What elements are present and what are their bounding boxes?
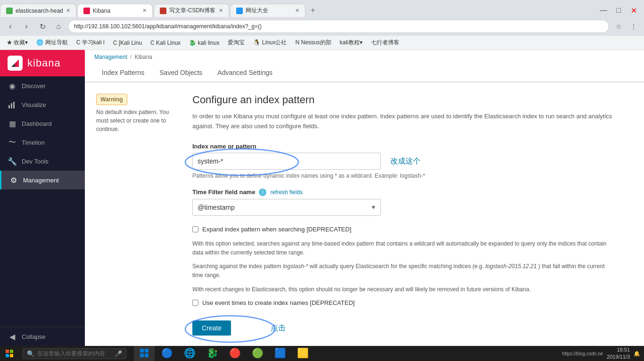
browser-tab-nav[interactable]: 网址大全 ✕: [230, 4, 305, 17]
minimize-button[interactable]: —: [597, 4, 610, 17]
warning-badge: Warning: [96, 94, 127, 105]
tab-close-icon[interactable]: ✕: [142, 8, 147, 14]
checkbox2-row: Use event times to create index names [D…: [192, 299, 633, 307]
bookmark-qixing[interactable]: 七行者博客: [368, 38, 402, 48]
sidebar-item-label-collapse: Collapse: [22, 333, 46, 340]
bookmark-kali2[interactable]: C [Kali Linu: [110, 39, 145, 47]
sidebar-item-collapse[interactable]: ◀ Collapse: [0, 327, 85, 346]
close-button[interactable]: ✕: [627, 4, 640, 17]
taskbar-app-1[interactable]: [134, 346, 155, 361]
tab-favicon: [160, 8, 166, 14]
kibana-logo: kibana: [0, 50, 85, 76]
content-area: Warning No default index pattern. You mu…: [85, 82, 644, 346]
tab-saved-objects[interactable]: Saved Objects: [152, 64, 210, 82]
bookmark-linux[interactable]: 🐧 Linux公社: [250, 38, 289, 48]
taskbar-app-8[interactable]: 🟨: [292, 346, 313, 361]
tab-label: elasticsearch-head: [16, 8, 63, 14]
index-name-label: Index name or pattern: [192, 143, 633, 150]
bookmark-favorites[interactable]: ★ 收藏▾: [4, 38, 31, 48]
breadcrumb-separator: /: [130, 54, 132, 60]
taskbar-search-input[interactable]: [37, 350, 112, 357]
bookmark-kali3[interactable]: C Kali Linux: [148, 39, 183, 47]
taskbar-app-2[interactable]: 🔵: [157, 346, 177, 361]
bookmark-kalitut[interactable]: kali教程▾: [337, 38, 365, 48]
taskbar-search[interactable]: 🔍 🎤: [23, 348, 126, 359]
mic-icon: 🎤: [115, 350, 122, 357]
chinese-annotation-1: 改成这个: [390, 157, 421, 165]
bookmark-kali4[interactable]: 🐉 kali linux: [186, 39, 222, 47]
browser-tab-csdn[interactable]: 写文章-CSDN博客 ✕: [154, 4, 229, 17]
event-times-checkbox[interactable]: [192, 300, 198, 306]
taskbar-app-5[interactable]: 🔴: [224, 346, 245, 361]
refresh-fields-link[interactable]: refresh fields: [270, 189, 303, 196]
start-button[interactable]: [0, 346, 19, 361]
notification-icon[interactable]: 🔔: [634, 351, 640, 357]
create-button[interactable]: Create: [192, 320, 231, 336]
main-content: Management / Kibana Index Patterns Saved…: [85, 50, 644, 346]
taskbar-app-6[interactable]: 🟢: [247, 346, 268, 361]
tab-close-icon[interactable]: ✕: [295, 8, 299, 14]
management-icon: ⚙: [9, 175, 18, 185]
svg-rect-7: [6, 350, 9, 353]
svg-rect-10: [10, 354, 13, 357]
bookmark-star-icon[interactable]: ☆: [612, 20, 625, 33]
settings-icon[interactable]: ⋮: [627, 20, 640, 33]
new-tab-button[interactable]: +: [306, 4, 320, 17]
tab-close-icon[interactable]: ✕: [219, 8, 223, 14]
maximize-button[interactable]: □: [612, 4, 625, 17]
bookmark-taobao[interactable]: 爱淘宝: [225, 38, 248, 48]
svg-marker-1: [11, 63, 15, 67]
bookmark-kali1[interactable]: C 学习kali l: [74, 38, 107, 48]
tab-favicon: [83, 8, 90, 14]
time-filter-label: Time Filter field name: [192, 189, 255, 196]
sidebar-item-label-management: Management: [23, 177, 59, 184]
expand-checkbox[interactable]: [192, 226, 198, 232]
browser-tab-kibana[interactable]: Kibana ✕: [77, 4, 153, 17]
tab-close-icon[interactable]: ✕: [66, 8, 70, 14]
chinese-annotation-2: 点击: [271, 324, 286, 332]
sidebar-item-visualize[interactable]: Visualize: [0, 95, 85, 114]
desc-text-3: With recent changes to Elasticsearch, th…: [192, 285, 617, 294]
bookmark-nav[interactable]: 🌐 网址导航: [33, 38, 70, 48]
taskbar-app-4[interactable]: 🐉: [202, 346, 223, 361]
taskbar-app-7[interactable]: 🟦: [270, 346, 290, 361]
url-bar[interactable]: http://192.168.100.102:5601/app/kibana#/…: [68, 20, 609, 33]
svg-rect-8: [10, 350, 13, 353]
create-button-area: Create 点击: [192, 320, 286, 336]
sidebar-item-devtools[interactable]: 🔧 Dev Tools: [0, 152, 85, 171]
reload-button[interactable]: ↻: [36, 20, 49, 33]
browser-tab-elasticsearch[interactable]: elasticsearch-head ✕: [0, 4, 76, 17]
expand-checkbox-label: Expand index pattern when searching [DEP…: [202, 225, 351, 234]
time-filter-select-wrapper: @timestamp ▼: [192, 199, 381, 216]
tabs-container: Index Patterns Saved Objects Advanced Se…: [85, 64, 644, 82]
sidebar-item-dashboard[interactable]: ▦ Dashboard: [0, 114, 85, 133]
index-name-input[interactable]: [192, 153, 381, 170]
sidebar-item-management[interactable]: ⚙ Management: [0, 171, 85, 189]
forward-button[interactable]: ›: [20, 20, 33, 33]
svg-rect-9: [6, 354, 9, 357]
sidebar-item-timelion[interactable]: 〜 Timelion: [0, 133, 85, 152]
page-title: Configure an index pattern: [192, 94, 633, 106]
time-filter-select[interactable]: @timestamp: [192, 199, 381, 216]
home-button[interactable]: ⌂: [52, 20, 65, 33]
tab-label: 网址大全: [246, 7, 268, 15]
taskbar-app-3[interactable]: 🌐: [179, 346, 200, 361]
kibana-logo-text: kibana: [27, 57, 61, 69]
url-text: http://192.168.100.102:5601/app/kibana#/…: [74, 23, 262, 30]
svg-rect-12: [145, 349, 149, 353]
tab-index-patterns[interactable]: Index Patterns: [94, 64, 152, 82]
bookmark-nessus[interactable]: N Nessus的部: [293, 38, 334, 48]
svg-rect-11: [140, 349, 144, 353]
sidebar-item-label-dashboard: Dashboard: [22, 120, 52, 127]
tab-advanced-settings[interactable]: Advanced Settings: [210, 64, 280, 82]
url-hint-text: https://blog.csdn.ne: [562, 351, 603, 356]
info-icon[interactable]: i: [259, 189, 266, 196]
top-area: Management / Kibana Index Patterns Saved…: [85, 50, 644, 82]
svg-rect-14: [145, 353, 149, 357]
tab-label: Kibana: [93, 8, 110, 14]
sidebar-item-label-visualize: Visualize: [22, 101, 46, 108]
back-button[interactable]: ‹: [4, 20, 17, 33]
breadcrumb-management[interactable]: Management: [94, 54, 127, 60]
sidebar-item-discover[interactable]: ◉ Discover: [0, 76, 85, 95]
breadcrumb-kibana: Kibana: [134, 54, 152, 60]
